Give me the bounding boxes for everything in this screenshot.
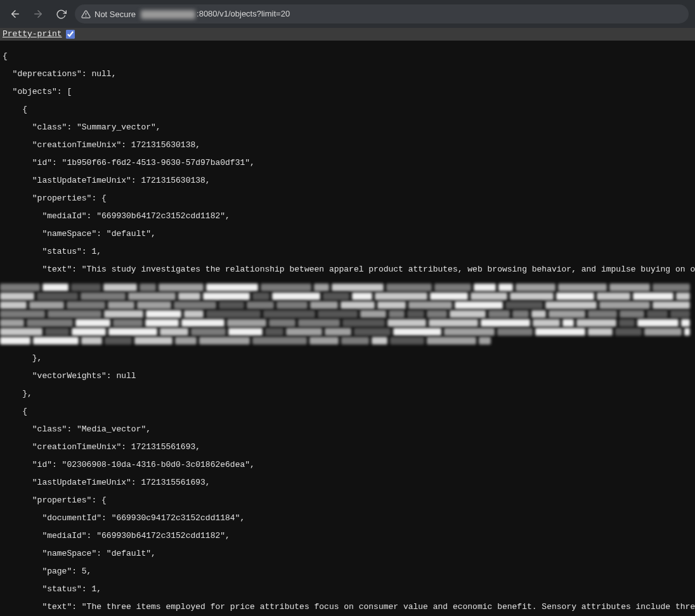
- json-line: "text": "The three items employed for pr…: [3, 602, 695, 612]
- security-status[interactable]: Not Secure: [81, 10, 136, 19]
- pretty-print-bar: Pretty-print: [0, 28, 695, 41]
- json-line: "properties": {: [3, 495, 107, 505]
- forward-button[interactable]: [29, 5, 47, 23]
- pretty-print-checkbox[interactable]: [66, 30, 75, 39]
- json-line: "creationTimeUnix": 1721315561693,: [3, 442, 200, 452]
- json-line: "status": 1,: [3, 247, 101, 256]
- browser-toolbar: Not Secure :8080/v1/objects?limit=20: [0, 0, 695, 28]
- json-line: "class": "Media_vector",: [3, 424, 151, 434]
- json-line: "id": "1b950f66-f6d2-4513-9630-57d97ba0d…: [3, 158, 255, 167]
- json-line: "class": "Summary_vector",: [3, 122, 161, 132]
- json-line: },: [3, 353, 42, 363]
- address-bar[interactable]: Not Secure :8080/v1/objects?limit=20: [75, 4, 689, 23]
- not-secure-label: Not Secure: [94, 10, 136, 19]
- json-line: "text": "This study investigates the rel…: [3, 265, 695, 274]
- json-line: {: [3, 407, 27, 416]
- warning-triangle-icon: [81, 10, 91, 19]
- json-line: "lastUpdateTimeUnix": 1721315561693,: [3, 478, 211, 487]
- json-line: "mediaId": "669930b64172c3152cdd1182",: [3, 211, 230, 221]
- json-line: "nameSpace": "default",: [3, 229, 156, 239]
- json-line: "mediaId": "669930b64172c3152cdd1182",: [3, 531, 230, 541]
- json-line: "page": 5,: [3, 567, 91, 576]
- url-suffix: :8080/v1/objects?limit=20: [197, 9, 290, 18]
- json-line: "status": 1,: [3, 584, 101, 594]
- reload-button[interactable]: [52, 5, 70, 23]
- json-line: },: [3, 389, 32, 398]
- reload-icon: [56, 9, 67, 20]
- arrow-left-icon: [10, 8, 21, 20]
- url-host-blurred: [141, 10, 195, 19]
- json-line: "objects": [: [3, 87, 72, 96]
- json-line: "vectorWeights": null: [3, 371, 136, 381]
- json-line: "deprecations": null,: [3, 69, 116, 79]
- url-text: :8080/v1/objects?limit=20: [141, 9, 290, 19]
- obscured-text-block: [0, 283, 692, 345]
- pretty-print-label: Pretty-print: [3, 29, 62, 39]
- json-line: {: [3, 51, 8, 61]
- back-button[interactable]: [6, 5, 24, 23]
- json-line: "documentId": "669930c94172c3152cdd1184"…: [3, 513, 245, 523]
- json-viewer: { "deprecations": null, "objects": [ { "…: [0, 41, 695, 616]
- arrow-right-icon: [32, 8, 44, 20]
- json-line: "id": "02306908-10da-4316-b0d0-3c01862e6…: [3, 460, 255, 469]
- json-line: "properties": {: [3, 193, 107, 203]
- json-line: {: [3, 105, 27, 114]
- json-line: "creationTimeUnix": 1721315630138,: [3, 140, 200, 150]
- json-line: "nameSpace": "default",: [3, 549, 156, 558]
- json-line: "lastUpdateTimeUnix": 1721315630138,: [3, 176, 211, 185]
